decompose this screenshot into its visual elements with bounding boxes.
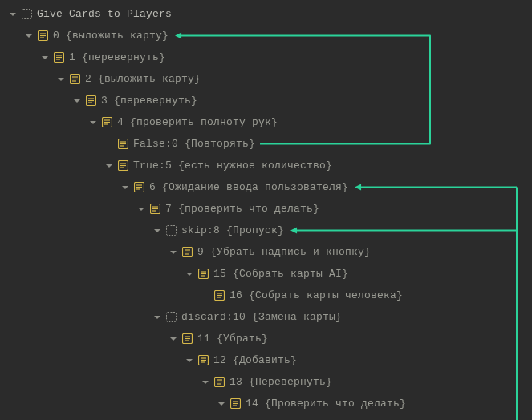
node-icon bbox=[181, 333, 193, 345]
node-dotted-icon bbox=[165, 312, 177, 323]
node-label: True:5 {есть нужное количество} bbox=[133, 160, 332, 172]
expand-arrow-icon[interactable] bbox=[24, 31, 34, 41]
svg-rect-0 bbox=[22, 10, 31, 19]
node-label: False:0 {Повторять} bbox=[133, 138, 255, 150]
node-icon bbox=[213, 377, 225, 388]
node-icon bbox=[117, 160, 128, 172]
node-icon bbox=[197, 355, 209, 366]
node-icon bbox=[149, 204, 160, 215]
expand-arrow-icon[interactable] bbox=[185, 356, 194, 365]
expand-arrow-icon[interactable] bbox=[136, 204, 146, 214]
node-icon bbox=[197, 269, 209, 280]
expand-arrow-icon[interactable] bbox=[8, 10, 18, 19]
node-label: 3 {перевернуть} bbox=[101, 95, 197, 107]
node-icon bbox=[85, 95, 96, 107]
tree-row[interactable]: 1 {перевернуть} bbox=[0, 46, 532, 68]
node-icon bbox=[181, 247, 193, 258]
node-label: skip:8 {Пропуск} bbox=[181, 224, 284, 236]
tree-row[interactable]: 0 {выложить карту} bbox=[0, 25, 532, 46]
tree-row[interactable]: 14 {Проверить что делать} bbox=[0, 393, 532, 414]
node-label: 2 {выложить карту} bbox=[85, 73, 201, 85]
node-icon bbox=[213, 290, 225, 301]
node-label: 6 {Ожидание ввода пользователя} bbox=[149, 181, 348, 193]
svg-rect-50 bbox=[166, 313, 176, 322]
node-label: 11 {Убрать} bbox=[197, 333, 268, 345]
node-icon bbox=[101, 117, 112, 128]
tree-row[interactable]: 9 {Убрать надпись и кнопку} bbox=[0, 241, 532, 263]
expand-arrow-icon[interactable] bbox=[88, 118, 98, 127]
expand-arrow-icon[interactable] bbox=[72, 96, 82, 106]
node-label: 16 {Собрать карты человека} bbox=[229, 289, 403, 301]
node-label: 0 {выложить карту} bbox=[53, 30, 169, 42]
node-label: 9 {Убрать надпись и кнопку} bbox=[197, 246, 371, 258]
node-icon bbox=[69, 74, 80, 85]
tree-row[interactable]: 13 {Перевернуть} bbox=[0, 371, 532, 393]
svg-rect-37 bbox=[166, 226, 176, 236]
node-label: Give_Cards_to_Players bbox=[37, 8, 172, 20]
expand-arrow-icon[interactable] bbox=[40, 53, 50, 63]
tree-row[interactable]: 7 {проверить что делать} bbox=[0, 198, 532, 220]
tree-row[interactable]: True:5 {есть нужное количество} bbox=[0, 155, 532, 176]
tree-row[interactable]: skip:8 {2 карты заменены} bbox=[0, 414, 532, 420]
node-icon bbox=[37, 30, 48, 42]
node-label: 7 {проверить что делать} bbox=[165, 203, 319, 215]
node-label: discard:10 {Замена карты} bbox=[181, 311, 342, 323]
node-dotted-icon bbox=[21, 9, 32, 20]
tree-row[interactable]: 16 {Собрать карты человека} bbox=[0, 285, 532, 306]
node-label: 15 {Собрать карты AI} bbox=[213, 268, 348, 280]
tree-row[interactable]: 12 {Добавить} bbox=[0, 349, 532, 371]
expand-arrow-icon[interactable] bbox=[152, 313, 162, 322]
node-label: 13 {Перевернуть} bbox=[229, 376, 332, 388]
tree-view[interactable]: Give_Cards_to_Players0 {выложить карту}1… bbox=[0, 3, 532, 420]
expand-arrow-icon[interactable] bbox=[56, 75, 66, 84]
tree-row[interactable]: 3 {перевернуть} bbox=[0, 90, 532, 111]
node-label: 1 {перевернуть} bbox=[69, 51, 165, 63]
tree-root-row[interactable]: Give_Cards_to_Players bbox=[0, 3, 532, 25]
tree-row[interactable]: discard:10 {Замена карты} bbox=[0, 306, 532, 328]
node-icon bbox=[53, 52, 64, 63]
node-dotted-icon bbox=[165, 225, 177, 236]
tree-row[interactable]: 15 {Собрать карты AI} bbox=[0, 263, 532, 285]
node-icon bbox=[117, 139, 128, 150]
expand-arrow-icon[interactable] bbox=[169, 334, 178, 344]
node-label: 12 {Добавить} bbox=[213, 354, 297, 366]
tree-row[interactable]: 11 {Убрать} bbox=[0, 328, 532, 349]
tree-row[interactable]: 2 {выложить карту} bbox=[0, 68, 532, 90]
tree-row[interactable]: False:0 {Повторять} bbox=[0, 133, 532, 155]
expand-arrow-icon[interactable] bbox=[217, 399, 226, 409]
expand-arrow-icon[interactable] bbox=[104, 161, 114, 171]
tree-row[interactable]: skip:8 {Пропуск} bbox=[0, 220, 532, 241]
node-label: 14 {Проверить что делать} bbox=[246, 398, 406, 410]
tree-row[interactable]: 6 {Ожидание ввода пользователя} bbox=[0, 176, 532, 198]
expand-arrow-icon[interactable] bbox=[152, 226, 162, 236]
node-label: 4 {проверить полноту рук} bbox=[117, 116, 278, 128]
node-icon bbox=[133, 182, 144, 193]
node-icon bbox=[229, 398, 241, 410]
expand-arrow-icon[interactable] bbox=[120, 183, 130, 192]
expand-arrow-icon[interactable] bbox=[185, 269, 194, 279]
expand-arrow-icon[interactable] bbox=[201, 378, 210, 387]
tree-row[interactable]: 4 {проверить полноту рук} bbox=[0, 111, 532, 133]
expand-arrow-icon[interactable] bbox=[169, 248, 178, 257]
